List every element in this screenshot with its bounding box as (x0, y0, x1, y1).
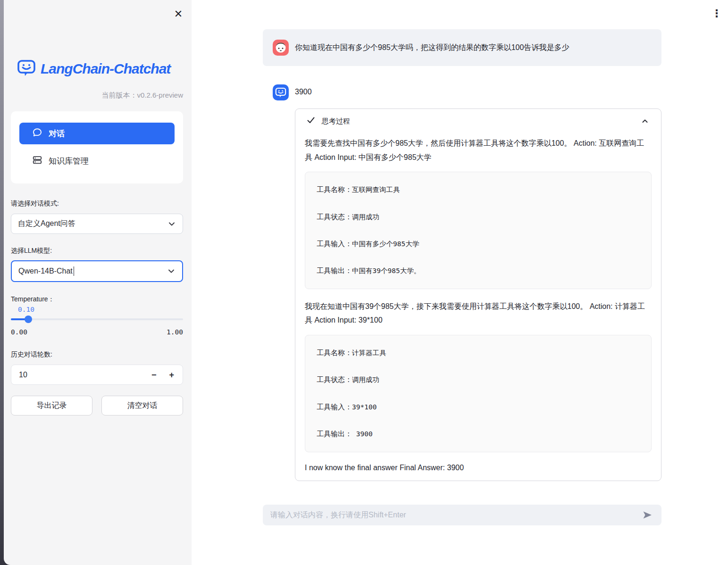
dialogue-mode-label: 请选择对话模式: (11, 199, 59, 208)
window-edge (0, 0, 4, 565)
thinking-process-expander: 思考过程 我需要先查找中国有多少个985大学，然后使用计算器工具将这个数字乘以1… (295, 108, 661, 481)
llm-model-select[interactable]: Qwen-14B-Chat (11, 260, 183, 282)
assistant-avatar (273, 84, 289, 100)
llm-model-value: Qwen-14B-Chat (18, 267, 73, 275)
chevron-down-icon (167, 220, 176, 228)
send-icon (642, 509, 653, 521)
close-icon: ✕ (174, 8, 183, 20)
send-button[interactable] (640, 507, 655, 523)
main-menu-button[interactable]: ⋮ (710, 6, 723, 22)
check-icon (307, 116, 315, 126)
chat-area: 你知道现在中国有多少个985大学吗，把这得到的结果的数字乘以100告诉我是多少 … (263, 0, 661, 565)
app-window: ✕ LangChain-Chatchat 当前版本：v0.2.6-preview (0, 0, 728, 565)
user-avatar (273, 40, 289, 56)
final-answer-text: I now know the final answer Final Answer… (305, 464, 652, 472)
sidebar-item-knowledge-base[interactable]: 知识库管理 (19, 152, 175, 170)
temperature-slider[interactable] (11, 316, 183, 323)
sidebar-item-dialogue[interactable]: 对话 (19, 123, 175, 144)
slider-track[interactable] (11, 318, 183, 320)
increment-button[interactable]: + (169, 371, 174, 379)
chevron-down-icon (167, 267, 176, 275)
expander-header[interactable]: 思考过程 (295, 109, 661, 133)
chat-bubble-icon (32, 127, 42, 140)
slider-min: 0.00 (11, 328, 27, 336)
server-stack-icon (32, 155, 42, 167)
dialogue-mode-select[interactable]: 自定义Agent问答 (11, 214, 183, 234)
text-caret (74, 266, 75, 276)
tool-call-card-1: 工具名称：互联网查询工具 工具状态：调用成功 工具输入：中国有多少个985大学 … (305, 172, 652, 289)
version-text: 当前版本：v0.2.6-preview (101, 91, 183, 100)
window-corner (4, 557, 12, 565)
chat-input-bar (263, 505, 661, 525)
sidebar-item-label: 对话 (49, 128, 65, 139)
logo-wordmark: LangChain-Chatchat (41, 61, 170, 77)
chat-bubble-logo-icon (17, 58, 36, 79)
user-message-text: 你知道现在中国有多少个985大学吗，把这得到的结果的数字乘以100告诉我是多少 (295, 42, 569, 54)
expander-body: 我需要先查找中国有多少个985大学，然后使用计算器工具将这个数字乘以100。 A… (295, 136, 661, 481)
slider-thumb[interactable] (25, 316, 32, 323)
chevron-up-icon[interactable] (641, 117, 649, 125)
chat-input[interactable] (270, 511, 640, 519)
sidebar-item-label: 知识库管理 (49, 156, 89, 166)
agent-thought-2: 我现在知道中国有39个985大学，接下来我需要使用计算器工具将这个数字乘以100… (305, 299, 652, 327)
agent-thought-1: 我需要先查找中国有多少个985大学，然后使用计算器工具将这个数字乘以100。 A… (305, 136, 652, 164)
sidebar: ✕ LangChain-Chatchat 当前版本：v0.2.6-preview (0, 0, 192, 565)
history-rounds-value: 10 (19, 371, 27, 379)
temperature-label: Temperature： (11, 295, 55, 304)
tool-call-card-2: 工具名称：计算器工具 工具状态：调用成功 工具输入：39*100 工具输出： 3… (305, 335, 652, 452)
kebab-menu-icon: ⋮ (711, 8, 722, 20)
decrement-button[interactable]: − (151, 371, 157, 379)
assistant-answer-text: 3900 (295, 88, 312, 96)
nav-card: 对话 知识库管理 (11, 111, 183, 183)
history-rounds-label: 历史对话轮数: (11, 350, 52, 359)
expander-title: 思考过程 (322, 117, 350, 126)
export-history-button[interactable]: 导出记录 (11, 396, 92, 415)
dialogue-mode-value: 自定义Agent问答 (18, 219, 75, 229)
slider-range: 0.00 1.00 (11, 328, 183, 336)
temperature-value: 0.10 (18, 306, 34, 313)
history-rounds-input[interactable]: 10 − + (11, 365, 183, 385)
user-message: 你知道现在中国有多少个985大学吗，把这得到的结果的数字乘以100告诉我是多少 (263, 29, 661, 66)
clear-dialogue-button[interactable]: 清空对话 (101, 396, 183, 415)
slider-max: 1.00 (167, 328, 183, 336)
llm-model-label: 选择LLM模型: (11, 247, 52, 255)
sidebar-close-button[interactable]: ✕ (171, 7, 186, 22)
app-logo: LangChain-Chatchat (17, 58, 170, 79)
